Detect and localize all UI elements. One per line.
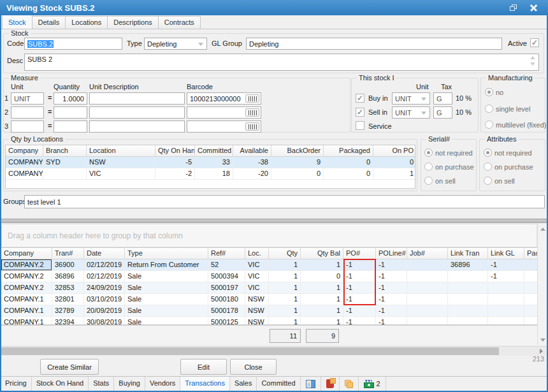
- column-header[interactable]: Branch: [43, 145, 87, 156]
- measure-quantity-input-2[interactable]: [54, 106, 87, 119]
- measure-unit-description-input-1[interactable]: [89, 92, 185, 105]
- service-checkbox[interactable]: [356, 121, 364, 130]
- column-header[interactable]: BackOrder: [271, 145, 324, 156]
- promotions-tab-button[interactable]: 2: [359, 377, 386, 391]
- tab-descriptions[interactable]: Descriptions: [107, 16, 159, 29]
- tab-stock-on-hand[interactable]: Stock On Hand: [32, 377, 89, 391]
- close-button[interactable]: Close: [230, 359, 277, 375]
- buy-in-checkbox[interactable]: ✓: [356, 94, 364, 103]
- barcode-scan-button[interactable]: [245, 94, 259, 103]
- sell-unit-dropdown[interactable]: UNIT: [392, 106, 430, 119]
- table-row[interactable]: COMPANY.23690002/12/2019Return From Cust…: [1, 259, 537, 271]
- type-dropdown[interactable]: Depleting: [144, 38, 207, 50]
- serial-option-on-purchase[interactable]: on purchase: [424, 163, 474, 171]
- column-header[interactable]: Date: [84, 248, 125, 259]
- scrollbar-thumb[interactable]: [1, 347, 499, 355]
- gl-group-input[interactable]: Depleting: [246, 38, 502, 50]
- attributes-option-on-sell[interactable]: on sell: [484, 177, 515, 185]
- table-row[interactable]: COMPANY.13280103/10/2019Sale5000180NSW11…: [1, 294, 537, 305]
- column-header[interactable]: Committed: [195, 145, 233, 156]
- buy-tax-code-input[interactable]: G: [433, 92, 452, 105]
- splitter-handle[interactable]: [0, 219, 548, 223]
- column-header[interactable]: Available: [233, 145, 271, 156]
- column-header[interactable]: Qty Bal: [301, 248, 343, 259]
- edit-button[interactable]: Edit: [180, 359, 227, 375]
- attributes-option-not-required[interactable]: not required: [484, 149, 532, 157]
- column-header[interactable]: PO#: [343, 248, 376, 259]
- horizontal-scrollbar[interactable]: [0, 346, 548, 356]
- tab-stats[interactable]: Stats: [89, 377, 114, 391]
- title-bar[interactable]: Viewing Stock SUBS.2: [0, 0, 548, 15]
- column-header[interactable]: Qty On Hand: [155, 145, 195, 156]
- table-row[interactable]: COMPANY.23689602/12/2019Sale5000394VIC10…: [1, 271, 537, 282]
- tab-pricing[interactable]: Pricing: [0, 377, 32, 391]
- sell-in-checkbox[interactable]: ✓: [356, 108, 364, 117]
- column-header[interactable]: Packaged: [324, 145, 373, 156]
- column-header[interactable]: Qty: [269, 248, 301, 259]
- code-input[interactable]: SUBS.2: [24, 38, 122, 50]
- column-header[interactable]: Ref#: [208, 248, 245, 259]
- scroll-up-icon[interactable]: [538, 224, 547, 234]
- barcode-scan-button[interactable]: [245, 108, 259, 117]
- desc-spinner[interactable]: [529, 56, 537, 66]
- journal-tab-button[interactable]: [321, 377, 340, 391]
- measure-unit-input-2[interactable]: [11, 106, 44, 119]
- tab-committed[interactable]: Committed: [257, 377, 300, 391]
- sell-tax-code-input[interactable]: G: [433, 106, 452, 119]
- create-similar-button[interactable]: Create Similar: [40, 359, 99, 375]
- serial-option-not-required[interactable]: not required: [424, 149, 473, 157]
- groups-input[interactable]: test level 1: [24, 195, 545, 208]
- measure-quantity-input-1[interactable]: 1.0000: [54, 92, 87, 105]
- tab-contracts[interactable]: Contracts: [158, 16, 201, 29]
- documents-tab-button[interactable]: [340, 377, 359, 391]
- vertical-scrollbar[interactable]: [537, 224, 547, 345]
- scroll-down-icon[interactable]: [538, 335, 547, 345]
- measure-unit-description-input-3[interactable]: [89, 120, 185, 133]
- tab-vendors[interactable]: Vendors: [145, 377, 180, 391]
- manufacturing-option-single-level[interactable]: single level: [485, 105, 530, 113]
- measure-barcode-input-1[interactable]: 1000213000000: [187, 92, 261, 105]
- measure-barcode-input-2[interactable]: [187, 106, 261, 119]
- tab-details[interactable]: Details: [32, 16, 66, 29]
- manufacturing-option-no[interactable]: no: [485, 88, 503, 96]
- report-tab-button[interactable]: [301, 377, 321, 391]
- column-header[interactable]: Loc.: [245, 248, 269, 259]
- serial-option-on-sell[interactable]: on sell: [424, 177, 456, 185]
- measure-unit-input-1[interactable]: UNIT: [11, 92, 44, 105]
- tab-locations[interactable]: Locations: [65, 16, 108, 29]
- tab-sales[interactable]: Sales: [230, 377, 257, 391]
- barcode-scan-button[interactable]: [245, 122, 259, 131]
- tab-transactions[interactable]: Transactions: [180, 377, 230, 391]
- restore-window-button[interactable]: [505, 2, 521, 13]
- desc-textarea[interactable]: SUBS 2: [24, 54, 539, 71]
- column-header[interactable]: Company: [6, 145, 43, 156]
- table-row[interactable]: COMPANY.1SYDNSW-533-38900: [6, 157, 415, 168]
- table-row[interactable]: COMPANY.13239430/08/2019Sale5000125NSW11…: [1, 317, 537, 325]
- measure-unit-input-3[interactable]: [11, 120, 44, 133]
- table-row[interactable]: COMPANY.13278920/09/2019Sale5000178NSW11…: [1, 305, 537, 317]
- column-header[interactable]: Tran#: [52, 248, 84, 259]
- tab-buying[interactable]: Buying: [114, 377, 145, 391]
- buy-unit-dropdown[interactable]: UNIT: [392, 92, 430, 105]
- table-row[interactable]: COMPANY.2VIC-218-20001: [6, 168, 415, 180]
- tab-stock[interactable]: Stock: [2, 15, 32, 29]
- measure-barcode-input-3[interactable]: [187, 120, 261, 133]
- active-checkbox[interactable]: ✓: [530, 38, 539, 47]
- column-header[interactable]: Job#: [407, 248, 448, 259]
- measure-unit-description-input-2[interactable]: [89, 106, 185, 119]
- column-header[interactable]: Link Tran: [448, 248, 488, 259]
- column-header[interactable]: Packa: [524, 248, 537, 259]
- manufacturing-option-multilevel[interactable]: multilevel (fixed): [485, 120, 546, 129]
- column-header[interactable]: Company: [1, 248, 52, 259]
- column-header[interactable]: Location: [87, 145, 155, 156]
- table-row[interactable]: COMPANY.23285324/09/2019Sale5000197VIC11…: [1, 282, 537, 294]
- column-header[interactable]: Link GL: [488, 248, 524, 259]
- group-by-drop-zone[interactable]: Drag a column header here to group by th…: [1, 224, 537, 247]
- column-header[interactable]: POLine#: [376, 248, 407, 259]
- column-header[interactable]: On PO: [373, 145, 415, 156]
- close-window-button[interactable]: [525, 2, 542, 13]
- scroll-right-icon[interactable]: [536, 347, 547, 356]
- measure-quantity-input-3[interactable]: [54, 120, 87, 133]
- attributes-option-on-purchase[interactable]: on purchase: [484, 163, 533, 171]
- column-header[interactable]: Type: [125, 248, 208, 259]
